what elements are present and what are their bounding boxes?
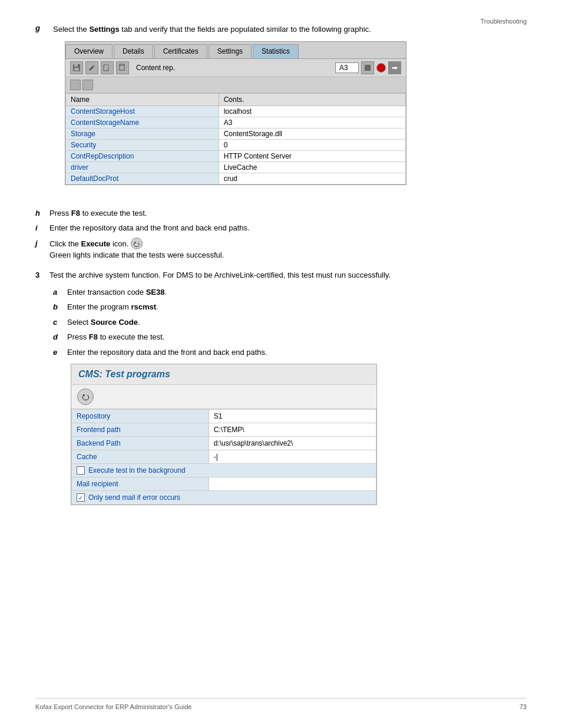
step-3-label: 3 <box>35 271 49 279</box>
step-c-row: c Select Source Code. <box>53 317 527 328</box>
cms-table-row: ✓Only send mail if error occurs <box>72 491 376 505</box>
sap-toolbar: Content rep. A3 ➡ <box>65 59 406 77</box>
step-g-content: Select the Settings tab and verify that … <box>53 24 527 197</box>
step-j-label: j <box>35 238 49 250</box>
mini-toolbar <box>65 77 406 93</box>
content-rep-label: Content rep. <box>136 64 175 72</box>
table-cell-name: Storage <box>66 128 219 139</box>
step-i-label: i <box>35 222 49 234</box>
step-g-text: Select the Settings tab and verify that … <box>53 24 527 35</box>
step-d-label: d <box>53 331 67 343</box>
step-h-row: h Press F8 to execute the test. <box>35 207 527 219</box>
table-cell-value: crud <box>219 173 405 184</box>
toolbar-btn-delete[interactable] <box>116 61 129 74</box>
table-cell-name: DefaultDocProt <box>66 173 219 184</box>
cms-execute-icon[interactable]: ⭮ <box>77 388 94 405</box>
tab-certificates[interactable]: Certificates <box>154 44 207 58</box>
step-d-text: Press F8 to execute the test. <box>67 331 527 343</box>
svg-rect-7 <box>365 65 371 71</box>
step-j-text: Click the Execute icon. ⭮ <box>49 238 527 250</box>
step-e-text: Enter the repository data and the front … <box>67 347 527 358</box>
table-cell-value: 0 <box>219 139 405 150</box>
table-row: StorageContentStorage.dll <box>66 128 406 139</box>
svg-rect-4 <box>105 65 108 67</box>
cms-checkbox-cell: ✓Only send mail if error occurs <box>72 491 376 505</box>
step-h-text: Press F8 to execute the test. <box>49 207 527 219</box>
cms-cell-key: Frontend path <box>72 423 209 437</box>
step-e-label: e <box>53 347 67 358</box>
toolbar-btn-save[interactable] <box>70 61 83 74</box>
cms-cell-key: Cache <box>72 450 209 464</box>
cms-cell-key: Backend Path <box>72 437 209 450</box>
step-a-text: Enter transaction code SE38. <box>67 286 527 298</box>
table-row: driverLiveCache <box>66 162 406 173</box>
cms-table-row: Frontend pathC:\TEMP\ <box>72 423 376 437</box>
footer-left: Kofax Export Connector for ERP Administr… <box>35 703 191 710</box>
cms-cell-key: Repository <box>72 410 209 423</box>
step-i-row: i Enter the repository data and the fron… <box>35 222 527 234</box>
step-3-text: Test the archive system function. For DM… <box>49 271 391 279</box>
table-cell-name: ContentStorageName <box>66 117 219 128</box>
toolbar-icon-group: ➡ <box>361 61 401 74</box>
table-cell-name: driver <box>66 162 219 173</box>
table-cell-value: ContentStorage.dll <box>219 128 405 139</box>
step-c-text: Select Source Code. <box>67 317 527 328</box>
step-g-label: g <box>35 24 53 197</box>
step-g-container: g Select the Settings tab and verify tha… <box>35 24 527 197</box>
toolbar-btn-edit[interactable] <box>85 61 98 74</box>
step-a-label: a <box>53 286 67 298</box>
step-i-text: Enter the repository data and the front … <box>49 222 527 234</box>
sap-data-table: Name Conts. ContentStorageHostlocalhostC… <box>65 93 406 185</box>
tab-settings[interactable]: Settings <box>209 44 252 58</box>
step-j-row: j Click the Execute icon. ⭮ Green lights… <box>35 238 527 261</box>
checkbox-label: Execute test in the background <box>88 466 186 475</box>
cms-toolbar: ⭮ <box>71 385 376 409</box>
toolbar-btn-new[interactable] <box>101 61 114 74</box>
cms-cell-value <box>209 477 376 491</box>
checkbox-box[interactable]: ✓ <box>77 493 85 502</box>
sap-dialog: Overview Details Certificates Settings S… <box>65 41 406 185</box>
step-c-label: c <box>53 317 67 328</box>
checkbox-box[interactable] <box>77 466 85 475</box>
tab-statistics[interactable]: Statistics <box>253 44 299 58</box>
table-cell-value: HTTP Content Server <box>219 150 405 162</box>
table-row: ContRepDescriptionHTTP Content Server <box>66 150 406 162</box>
toolbar-icon-red-circle <box>376 63 386 73</box>
table-cell-name: ContRepDescription <box>66 150 219 162</box>
step-3-container: 3 Test the archive system function. For … <box>35 271 527 279</box>
table-row: ContentStorageHostlocalhost <box>66 106 406 117</box>
table-cell-value: A3 <box>219 117 405 128</box>
cms-cell-key: Mail recipient <box>72 477 209 491</box>
step-e-row: e Enter the repository data and the fron… <box>53 347 527 358</box>
step-a-row: a Enter transaction code SE38. <box>53 286 527 298</box>
mini-btn-2[interactable] <box>82 80 93 90</box>
table-row: DefaultDocProtcrud <box>66 173 406 184</box>
cms-table-row: Backend Pathd:\usr\sap\trans\archive2\ <box>72 437 376 450</box>
footer-right: 73 <box>520 703 527 710</box>
col-header-conts: Conts. <box>219 93 405 106</box>
step-b-label: b <box>53 301 67 313</box>
cms-dialog: CMS: Test programs ⭮ RepositoryS1Fronten… <box>71 364 377 505</box>
cms-checkbox-cell: Execute test in the background <box>72 464 376 477</box>
table-cell-name: Security <box>66 139 219 150</box>
cms-cell-value: -| <box>209 450 376 464</box>
cms-table-row: Cache-| <box>72 450 376 464</box>
header-troubleshooting: Troubleshooting <box>481 18 527 25</box>
table-cell-value: localhost <box>219 106 405 117</box>
cms-cell-value: S1 <box>209 410 376 423</box>
tab-details[interactable]: Details <box>114 44 153 58</box>
steps-h-i-j: h Press F8 to execute the test. i Enter … <box>35 207 527 261</box>
checkbox-label: Only send mail if error occurs <box>88 493 180 502</box>
step-b-row: b Enter the program rscmst. <box>53 301 527 313</box>
toolbar-icon-arrow[interactable]: ➡ <box>388 61 401 74</box>
toolbar-icon-flag[interactable] <box>361 61 374 74</box>
cms-table-row: RepositoryS1 <box>72 410 376 423</box>
mini-btn-1[interactable] <box>70 80 81 90</box>
step-d-row: d Press F8 to execute the test. <box>53 331 527 343</box>
cms-cell-value: d:\usr\sap\trans\archive2\ <box>209 437 376 450</box>
tab-overview[interactable]: Overview <box>65 44 113 58</box>
execute-icon: ⭮ <box>131 238 143 249</box>
svg-rect-1 <box>74 64 78 67</box>
table-row: ContentStorageNameA3 <box>66 117 406 128</box>
table-row: Security0 <box>66 139 406 150</box>
